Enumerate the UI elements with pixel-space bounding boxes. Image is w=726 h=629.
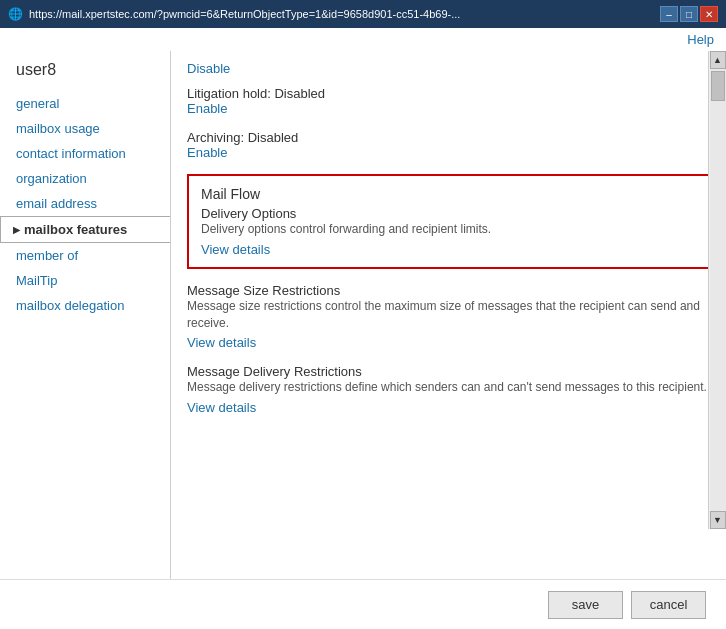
scrollbar[interactable]: ▲ ▼ [708,51,726,529]
mail-flow-box: Mail Flow Delivery Options Delivery opti… [187,174,710,269]
main-window: Help user8 general mailbox usage contact… [0,28,726,629]
user-title: user8 [0,61,170,91]
sidebar-item-mailbox-delegation[interactable]: mailbox delegation [0,293,170,318]
mail-flow-description: Delivery options control forwarding and … [201,221,696,238]
sidebar-item-email-address[interactable]: email address [0,191,170,216]
restore-button[interactable]: □ [680,6,698,22]
scroll-down-button[interactable]: ▼ [710,511,726,529]
archiving-label: Archiving: Disabled [187,130,710,145]
mail-flow-view-details-link[interactable]: View details [201,242,270,257]
sidebar-item-mailbox-usage[interactable]: mailbox usage [0,116,170,141]
message-delivery-description: Message delivery restrictions define whi… [187,379,710,396]
close-button[interactable]: ✕ [700,6,718,22]
litigation-hold-section: Litigation hold: Disabled Enable [187,86,710,116]
minimize-button[interactable]: – [660,6,678,22]
mail-flow-title: Mail Flow [201,186,696,202]
scroll-up-button[interactable]: ▲ [710,51,726,69]
message-size-section: Message Size Restrictions Message size r… [187,283,710,351]
scroll-track[interactable] [710,69,726,511]
title-bar-left: 🌐 https://mail.xpertstec.com/?pwmcid=6&R… [8,7,460,21]
litigation-hold-label: Litigation hold: Disabled [187,86,710,101]
litigation-enable-link[interactable]: Enable [187,101,710,116]
sidebar-item-mailtip[interactable]: MailTip [0,268,170,293]
message-delivery-section: Message Delivery Restrictions Message de… [187,364,710,415]
message-delivery-title: Message Delivery Restrictions [187,364,710,379]
save-button[interactable]: save [548,591,623,619]
sidebar-item-member-of[interactable]: member of [0,243,170,268]
title-bar: 🌐 https://mail.xpertstec.com/?pwmcid=6&R… [0,0,726,28]
help-link[interactable]: Help [687,32,714,47]
title-bar-url: https://mail.xpertstec.com/?pwmcid=6&Ret… [29,8,460,20]
title-bar-controls: – □ ✕ [660,6,718,22]
sidebar-item-organization[interactable]: organization [0,166,170,191]
help-bar: Help [0,28,726,51]
message-size-title: Message Size Restrictions [187,283,710,298]
sidebar: user8 general mailbox usage contact info… [0,51,170,579]
sidebar-item-general[interactable]: general [0,91,170,116]
archiving-section: Archiving: Disabled Enable [187,130,710,160]
disable-link[interactable]: Disable [187,61,710,76]
scroll-thumb[interactable] [711,71,725,101]
mail-flow-subtitle: Delivery Options [201,206,696,221]
message-size-description: Message size restrictions control the ma… [187,298,710,332]
content-area: user8 general mailbox usage contact info… [0,51,726,579]
browser-icon: 🌐 [8,7,23,21]
cancel-button[interactable]: cancel [631,591,706,619]
sidebar-item-mailbox-features[interactable]: mailbox features [0,216,171,243]
footer: save cancel [0,579,726,629]
main-content: Disable Litigation hold: Disabled Enable… [170,51,726,579]
message-size-view-details-link[interactable]: View details [187,335,256,350]
archiving-enable-link[interactable]: Enable [187,145,710,160]
message-delivery-view-details-link[interactable]: View details [187,400,256,415]
sidebar-item-contact-information[interactable]: contact information [0,141,170,166]
